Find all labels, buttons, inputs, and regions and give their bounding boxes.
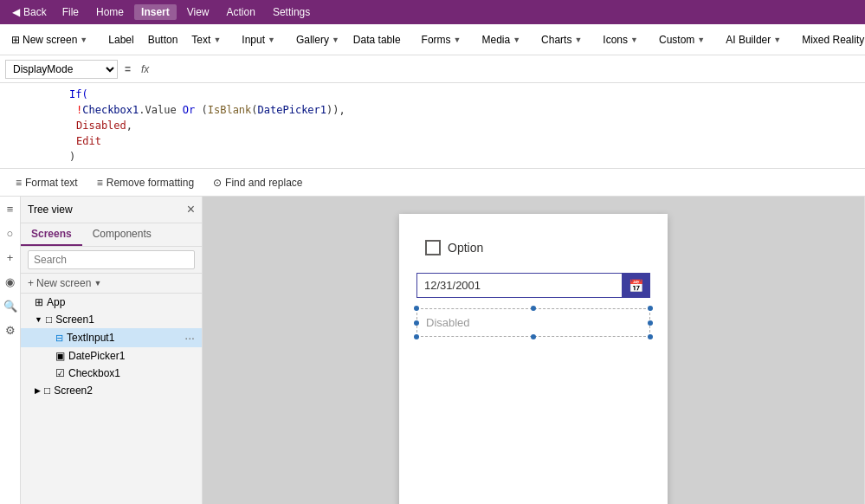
app-canvas: Option 📅 Disabled	[399, 214, 668, 504]
tree-item-checkbox1[interactable]: ☑ Checkbox1	[21, 365, 202, 382]
media-label: Media	[481, 34, 510, 46]
data-table-button[interactable]: Data table	[347, 31, 407, 48]
side-icon-data[interactable]: ○	[2, 224, 19, 242]
top-bar: ◀ Back File Home Insert View Action Sett…	[0, 0, 865, 24]
find-replace-button[interactable]: ⊙ Find and replace	[204, 174, 311, 191]
tree-item-textinput1[interactable]: ⊟ TextInput1 ···	[21, 328, 202, 347]
textinput-placeholder: Disabled	[426, 316, 470, 329]
handle-bottom-left[interactable]	[414, 334, 419, 339]
format-bar: ≡ Format text ≡ Remove formatting ⊙ Find…	[0, 169, 865, 197]
back-label: Back	[23, 6, 47, 18]
remove-formatting-icon: ≡	[97, 177, 103, 189]
side-icon-menu[interactable]: ≡	[2, 200, 19, 217]
tree-content: ⊞ App ▼ □ Screen1 ⊟ TextInput1 ··· ▣ Dat…	[21, 294, 202, 504]
tree-item-datepicker1[interactable]: ▣ DatePicker1	[21, 347, 202, 365]
side-icon-search[interactable]: 🔍	[2, 297, 19, 314]
mixed-reality-label: Mixed Reality	[802, 34, 864, 46]
label-button[interactable]: Label	[102, 31, 139, 48]
tree-close-button[interactable]: ×	[187, 202, 195, 217]
icons-arrow: ▼	[630, 36, 638, 44]
media-arrow: ▼	[513, 36, 520, 44]
icons-button[interactable]: Icons ▼	[597, 31, 644, 48]
insert-menu[interactable]: Insert	[134, 4, 177, 20]
charts-button[interactable]: Charts ▼	[535, 31, 588, 48]
side-icon-components[interactable]: ◉	[2, 273, 19, 290]
view-label: View	[187, 6, 210, 18]
handle-bottom-right[interactable]	[648, 334, 653, 339]
tab-components[interactable]: Components	[82, 223, 162, 246]
remove-formatting-button[interactable]: ≡ Remove formatting	[88, 174, 203, 191]
calendar-icon: 📅	[629, 279, 643, 293]
forms-button[interactable]: Forms ▼	[416, 31, 468, 48]
insert-label: Insert	[141, 6, 170, 18]
search-input[interactable]	[28, 250, 195, 269]
new-screen-icon: ⊞	[11, 34, 20, 46]
button-label: Button	[148, 34, 178, 46]
custom-button[interactable]: Custom ▼	[653, 31, 711, 48]
text-arrow: ▼	[213, 36, 221, 44]
new-screen-button[interactable]: ⊞ New screen ▼	[5, 31, 94, 48]
settings-menu[interactable]: Settings	[266, 4, 317, 20]
home-menu[interactable]: Home	[89, 4, 131, 20]
property-select[interactable]: DisplayMode	[5, 60, 118, 79]
new-screen-tree-button[interactable]: + New screen ▼	[28, 277, 101, 289]
checkbox-component[interactable]: Option	[399, 214, 668, 273]
button-button[interactable]: Button	[142, 31, 184, 48]
data-table-label: Data table	[353, 34, 401, 46]
mixed-reality-button[interactable]: Mixed Reality ▼	[796, 31, 865, 48]
remove-formatting-label: Remove formatting	[107, 177, 194, 189]
back-button[interactable]: ◀ Back	[7, 4, 52, 20]
media-button[interactable]: Media ▼	[475, 31, 526, 48]
formula-multiline[interactable]: If( !Checkbox1.Value Or (IsBlank(DatePic…	[0, 83, 865, 169]
tree-item-more-button[interactable]: ···	[184, 331, 195, 345]
tree-item-screen2[interactable]: ▶ □ Screen2	[21, 382, 202, 399]
label-label: Label	[108, 34, 133, 46]
tree-title: Tree view	[28, 204, 73, 216]
datepicker-input[interactable]: 📅	[416, 273, 650, 298]
tree-actions: + New screen ▼	[21, 274, 202, 294]
new-screen-tree-arrow: ▼	[94, 279, 101, 288]
gallery-button[interactable]: Gallery ▼	[290, 31, 345, 48]
side-icons-panel: ≡ ○ + ◉ 🔍 ⚙	[0, 197, 21, 504]
charts-label: Charts	[541, 34, 571, 46]
handle-top-right[interactable]	[648, 306, 653, 311]
handle-top-left[interactable]	[414, 306, 419, 311]
home-label: Home	[96, 6, 124, 18]
handle-left[interactable]	[414, 320, 419, 326]
checkbox-box[interactable]	[425, 240, 441, 255]
new-screen-label: New screen	[23, 34, 77, 46]
formula-edit: Edit	[69, 135, 101, 147]
action-menu[interactable]: Action	[220, 4, 262, 20]
main-area: ≡ ○ + ◉ 🔍 ⚙ Tree view × Screens Componen…	[0, 197, 865, 504]
find-replace-label: Find and replace	[225, 177, 302, 189]
handle-right[interactable]	[648, 320, 653, 326]
gallery-arrow: ▼	[332, 36, 339, 44]
textinput-component[interactable]: Disabled	[399, 308, 668, 347]
file-menu[interactable]: File	[55, 4, 86, 20]
view-menu[interactable]: View	[180, 4, 216, 20]
ai-builder-button[interactable]: AI Builder ▼	[720, 31, 787, 48]
formula-bar: DisplayMode = fx	[0, 55, 865, 83]
checkbox-tree-icon: ☑	[55, 367, 65, 379]
canvas-area[interactable]: Option 📅 Disabled	[203, 197, 864, 504]
expand-icon-screen2: ▶	[35, 386, 41, 395]
handle-top-center[interactable]	[531, 306, 536, 311]
handle-bottom-center[interactable]	[531, 334, 536, 339]
textinput-icon: ⊟	[55, 333, 63, 344]
tree-panel: Tree view × Screens Components + New scr…	[21, 197, 203, 504]
textinput-box[interactable]: Disabled	[416, 308, 650, 337]
custom-arrow: ▼	[697, 36, 705, 44]
custom-label: Custom	[659, 34, 694, 46]
input-button[interactable]: Input ▼	[236, 31, 281, 48]
text-button[interactable]: Text ▼	[185, 31, 227, 48]
datepicker-component[interactable]: 📅	[399, 273, 668, 308]
tab-screens[interactable]: Screens	[21, 223, 82, 246]
text-label: Text	[191, 34, 210, 46]
datepicker-value-input[interactable]	[417, 274, 622, 297]
side-icon-insert[interactable]: +	[2, 249, 19, 266]
datepicker-calendar-button[interactable]: 📅	[622, 274, 649, 297]
tree-item-app[interactable]: ⊞ App	[21, 294, 202, 311]
format-text-button[interactable]: ≡ Format text	[7, 174, 87, 191]
tree-item-screen1[interactable]: ▼ □ Screen1	[21, 311, 202, 328]
side-icon-settings[interactable]: ⚙	[2, 321, 19, 339]
